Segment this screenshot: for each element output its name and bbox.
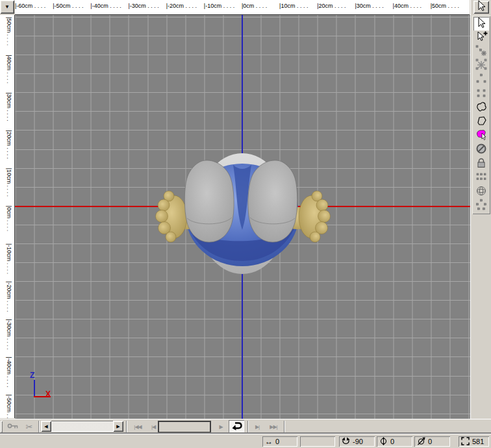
last-frame-button[interactable]: ▶▶| xyxy=(265,420,282,433)
scissors-icon: ✂ xyxy=(26,422,33,432)
rotate-z-value: 0 xyxy=(428,438,432,445)
pan-x-icon: ↔ xyxy=(265,438,273,445)
h-ruler-tick--40cm: |-40cm . . . . xyxy=(90,3,128,14)
lock-tool-button[interactable] xyxy=(473,157,489,171)
dots-rows-icon xyxy=(475,170,488,186)
character-model-top-view xyxy=(155,151,331,275)
status-rotate-z: 0 xyxy=(414,436,450,447)
circle-slash-icon xyxy=(475,142,488,158)
point-mode-tool-button[interactable] xyxy=(473,73,489,86)
select-connected-tool-button[interactable] xyxy=(473,59,489,73)
x-axis-arrow xyxy=(34,396,51,397)
view-dropdown-button[interactable]: ▼ xyxy=(0,0,14,14)
status-rotate-y: -90 xyxy=(339,436,375,447)
cursor-plus-icon xyxy=(475,30,488,45)
play-icon: ▶ xyxy=(219,424,222,430)
v-ruler-tick-30cm: |30cm . . . . xyxy=(1,92,12,130)
v-ruler-tick-0cm: |0cm . . . . xyxy=(1,206,12,243)
dots-penta-icon xyxy=(475,198,488,214)
select-add-tool-button[interactable] xyxy=(473,31,489,45)
timeline-toolbar: ✂ ◀ ▶ |◀◀ |◀ ▶ ▶| ▶▶| xyxy=(0,419,491,434)
first-frame-icon: |◀◀ xyxy=(134,424,141,430)
vertical-ruler-strip: |50cm . . . . |40cm . . . . |30cm . . . … xyxy=(0,15,14,418)
paint-select-tool-button[interactable] xyxy=(473,129,489,143)
h-ruler-tick-30cm: |30cm . . . . xyxy=(355,3,392,14)
loop-toggle-button[interactable] xyxy=(229,420,244,433)
key-icon xyxy=(7,422,19,431)
prev-frame-icon: |◀ xyxy=(151,424,155,430)
h-ruler-tick-40cm: |40cm . . . . xyxy=(393,3,431,14)
wire-sphere-tool-button[interactable] xyxy=(473,185,489,199)
status-pan-x: ↔0 xyxy=(262,436,297,447)
h-ruler-tick--20cm: |-20cm . . . . xyxy=(166,3,204,14)
drag-select-icon xyxy=(475,44,488,60)
scroll-right-button[interactable]: ▶ xyxy=(113,421,123,432)
zoom-icon xyxy=(461,437,470,447)
polygon-icon xyxy=(475,114,488,130)
cut-button[interactable]: ✂ xyxy=(21,420,37,433)
horizontal-ruler: |-60cm . . . . |-50cm . . . . |-40cm . .… xyxy=(15,0,470,15)
h-ruler-tick--30cm: |-30cm . . . . xyxy=(128,3,166,14)
v-ruler-tick-50cm: |50cm . . . . xyxy=(1,17,12,55)
hide-tool-button[interactable] xyxy=(473,143,489,156)
last-frame-icon: ▶▶| xyxy=(270,424,277,430)
v-ruler-tick--30cm: |-30cm . . . . xyxy=(1,319,12,356)
vertical-ruler: |50cm . . . . |40cm . . . . |30cm . . . … xyxy=(0,15,15,418)
timeline-scrollbar[interactable]: ◀ ▶ xyxy=(41,421,123,432)
pointer-tool-button[interactable] xyxy=(473,1,489,14)
edge-mode-tool-button[interactable] xyxy=(473,87,489,101)
anim8or-window: ▼ |-60cm . . . . |-50cm . . . . |-40cm .… xyxy=(0,0,491,448)
first-frame-button[interactable]: |◀◀ xyxy=(129,420,146,433)
left-foot xyxy=(184,160,234,242)
h-ruler-tick-10cm: |10cm . . . . xyxy=(279,3,317,14)
edge-rows-tool-button[interactable] xyxy=(473,171,489,185)
select-tool-button[interactable] xyxy=(473,17,489,31)
lasso-tool-button[interactable] xyxy=(473,101,489,115)
next-frame-icon: ▶| xyxy=(255,424,259,430)
play-button[interactable]: ▶ xyxy=(214,420,227,433)
h-ruler-tick--60cm: |-60cm . . . . xyxy=(15,3,53,14)
status-bar: ↔0-9000581 xyxy=(0,434,491,448)
toolbar-gripper[interactable] xyxy=(1,421,3,432)
polygon-lasso-tool-button[interactable] xyxy=(473,115,489,129)
key-button[interactable] xyxy=(5,420,21,433)
h-ruler-tick--50cm: |-50cm . . . . xyxy=(53,3,90,14)
separator xyxy=(38,421,40,432)
z-axis-label: Z xyxy=(30,371,34,380)
rotate-x-icon xyxy=(379,437,388,447)
x-axis-label: X xyxy=(45,390,51,399)
next-frame-button[interactable]: ▶| xyxy=(251,420,264,433)
scroll-left-icon: ◀ xyxy=(44,424,47,429)
drag-select-tool-button[interactable] xyxy=(473,45,489,58)
v-ruler-tick-40cm: |40cm . . . . xyxy=(1,55,12,92)
pan-x-value: 0 xyxy=(275,438,279,445)
h-ruler-tick-50cm: |50cm . . . . xyxy=(431,3,468,14)
cursor-icon xyxy=(475,16,488,32)
right-foot xyxy=(248,160,297,242)
dots-tri-icon xyxy=(475,72,488,88)
wire-sphere-icon xyxy=(475,184,488,200)
lock-icon xyxy=(475,156,488,172)
dots-quad-icon xyxy=(475,86,488,102)
rotate-x-value: 0 xyxy=(390,438,394,445)
separator xyxy=(247,421,249,432)
lasso-icon xyxy=(475,100,488,116)
v-ruler-tick--10cm: |-10cm . . . . xyxy=(1,243,12,281)
vertices-tool-button[interactable] xyxy=(473,199,489,213)
h-ruler-tick-20cm: |20cm . . . . xyxy=(317,3,355,14)
h-ruler-tick-0cm: |0cm . . . . xyxy=(242,3,279,14)
h-ruler-tick--10cm: |-10cm . . . . xyxy=(204,3,242,14)
v-ruler-tick--50cm: |-50cm . . . . xyxy=(1,395,12,418)
v-ruler-tick--40cm: |-40cm . . . . xyxy=(1,356,12,394)
v-ruler-tick--20cm: |-20cm . . . . xyxy=(1,281,12,319)
frame-number-field[interactable] xyxy=(158,421,211,433)
rotate-y-icon xyxy=(342,437,350,447)
rotate-z-icon xyxy=(417,437,425,447)
viewport-canvas[interactable]: Z X xyxy=(15,15,470,419)
status-rotate-x: 0 xyxy=(377,436,412,447)
separator xyxy=(284,421,285,432)
zoom-value: 581 xyxy=(472,438,484,445)
axis-indicator: Z X xyxy=(15,15,80,419)
paint-blob-icon xyxy=(475,128,488,143)
scroll-left-button[interactable]: ◀ xyxy=(41,421,51,432)
